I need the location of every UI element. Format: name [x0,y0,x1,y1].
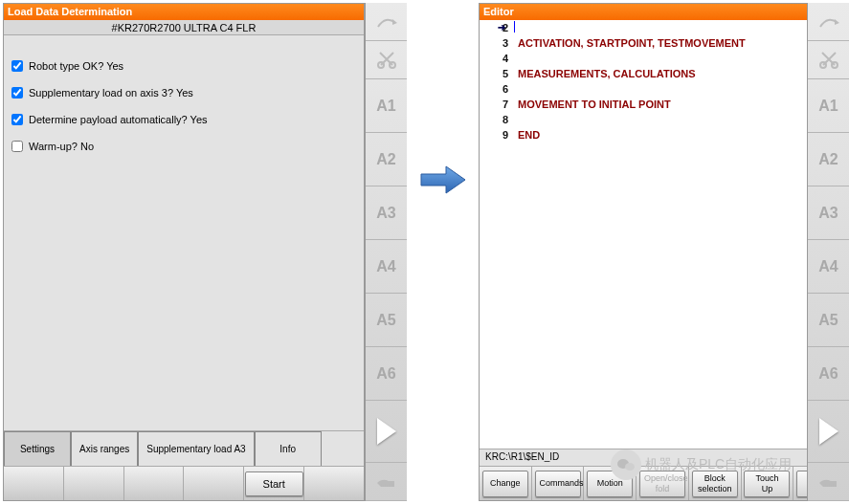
load-data-panel: Load Data Determination #KR270R2700 ULTR… [3,3,365,501]
hand-icon[interactable] [808,463,849,501]
start-button[interactable]: Start [245,471,303,496]
axis-a6[interactable]: A6 [366,347,407,401]
axis-a1[interactable]: A1 [808,79,849,133]
axis-a1[interactable]: A1 [366,79,407,133]
check-label-2: Determine payload automatically? Yes [29,114,208,125]
code-line[interactable] [508,81,746,97]
axis-a2[interactable]: A2 [366,133,407,186]
axis-a5[interactable]: A5 [366,294,407,347]
code-line[interactable] [508,20,746,35]
axis-a4[interactable]: A4 [808,240,849,294]
code-line[interactable]: MOVEMENT TO INITIAL POINT [508,97,746,112]
check-3[interactable]: Warm-up? No [11,141,356,152]
gutter-line: 9 [480,127,508,142]
robot-model: #KR270R2700 ULTRA C4 FLR [4,20,364,35]
rail-top-icon[interactable] [808,3,849,41]
left-buttonbar: Start [4,466,364,500]
gutter-line: 3 [480,35,508,51]
left-title: Load Data Determination [4,4,364,20]
editor-title: Editor [480,4,845,20]
gutter-line: 4 [480,51,508,66]
code-line[interactable] [508,112,746,127]
code-line[interactable]: MEASUREMENTS, CALCULATIONS [508,66,746,81]
axis-a6[interactable]: A6 [808,347,849,401]
axis-a2[interactable]: A2 [808,133,849,186]
check-input-3[interactable] [11,141,23,152]
axis-a3[interactable]: A3 [808,186,849,240]
check-input-1[interactable] [11,87,23,99]
editor-btn-commands[interactable]: Commands [535,471,581,497]
code-line[interactable] [508,51,746,66]
code-area[interactable]: ACTIVATION, STARTPOINT, TESTMOVEMENTMEAS… [508,20,746,142]
axis-a3[interactable]: A3 [366,186,407,240]
tab-2[interactable]: Supplementary load A3 [138,431,254,466]
code-line[interactable]: END [508,127,746,142]
editor-body[interactable]: ➔ 23456789 ACTIVATION, STARTPOINT, TESTM… [480,20,845,449]
gutter-line: 8 [480,112,508,127]
wechat-icon [611,449,641,480]
hand-icon[interactable] [366,463,407,501]
code-line[interactable]: ACTIVATION, STARTPOINT, TESTMOVEMENT [508,35,746,51]
run-button[interactable] [808,401,849,463]
left-tabs: SettingsAxis rangesSupplementary load A3… [4,431,364,466]
transition-arrow-icon [419,163,467,197]
check-input-2[interactable] [11,114,23,125]
gutter-line: 5 [480,66,508,81]
svg-point-5 [625,463,635,471]
cut-icon[interactable] [366,41,407,79]
run-button[interactable] [366,401,407,463]
check-0[interactable]: Robot type OK? Yes [11,60,356,72]
gutter-line: 7 [480,97,508,112]
left-body: Robot type OK? YesSupplementary load on … [4,35,364,431]
editor-btn-change[interactable]: Change [482,471,528,497]
tab-1[interactable]: Axis ranges [71,431,138,466]
check-label-1: Supplementary load on axis 3? Yes [29,87,193,99]
watermark-text: 机器人及PLC自动化应用 [645,456,792,473]
check-label-0: Robot type OK? Yes [29,60,123,72]
cut-icon[interactable] [808,41,849,79]
editor-panel: Editor ➔ 23456789 ACTIVATION, STARTPOINT… [479,3,846,501]
check-input-0[interactable] [11,60,23,72]
check-2[interactable]: Determine payload automatically? Yes [11,114,356,125]
left-axis-rail: A1 A2 A3 A4 A5 A6 [365,3,407,501]
right-axis-rail: A1 A2 A3 A4 A5 A6 [807,3,849,501]
line-gutter: 23456789 [480,20,508,142]
gutter-line: 6 [480,81,508,97]
check-1[interactable]: Supplementary load on axis 3? Yes [11,87,356,99]
tab-0[interactable]: Settings [4,431,71,466]
axis-a4[interactable]: A4 [366,240,407,294]
watermark: 机器人及PLC自动化应用 [611,449,792,480]
gutter-line: 2 [480,20,508,35]
check-label-3: Warm-up? No [29,141,94,152]
axis-a5[interactable]: A5 [808,294,849,347]
rail-top-icon[interactable] [366,3,407,41]
tab-3[interactable]: Info [255,431,322,466]
